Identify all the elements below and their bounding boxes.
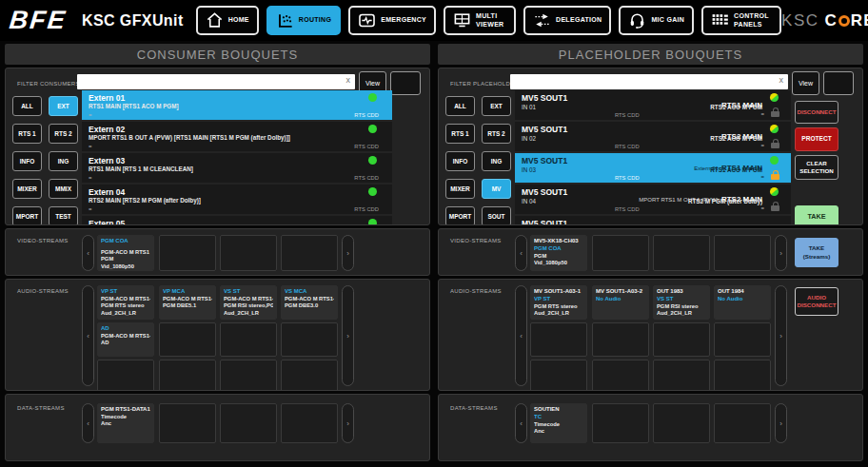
empty-stream-slot[interactable] bbox=[714, 403, 771, 443]
nav-multi-viewer[interactable]: MULTI VIEWER bbox=[444, 6, 516, 35]
empty-stream-slot[interactable] bbox=[220, 235, 277, 271]
audio-stream-card[interactable]: OUT 1984 No Audio bbox=[714, 285, 771, 320]
placeholder-extra-button[interactable] bbox=[823, 71, 854, 95]
empty-stream-slot[interactable] bbox=[714, 322, 771, 357]
empty-stream-slot[interactable] bbox=[281, 235, 338, 271]
filter-all[interactable]: ALL bbox=[12, 96, 42, 116]
filter-mixer[interactable]: MIXER bbox=[12, 179, 42, 199]
filter-mport[interactable]: MPORT bbox=[445, 206, 475, 225]
video-stream-card[interactable]: MV5-XK18-CH03 PGM COA PGM Vid_1080p50 bbox=[530, 235, 587, 271]
chevron-left-icon[interactable]: ‹ bbox=[82, 235, 94, 271]
audio-stream-card[interactable]: AD PGM-ACO M RTS1-ST3 AD bbox=[97, 322, 154, 357]
audio-stream-card[interactable]: MV SOUT1-A03-1 VP ST PGM RTS stereo Aud_… bbox=[530, 285, 587, 320]
placeholder-row[interactable]: MV5 SOUT1 IN 03 RTS CDD Extern 01RTS1 MA… bbox=[515, 153, 791, 183]
placeholder-row[interactable]: MV5 SOUT1 IN 02 RTS CDD RTS2 MAIN RTS2 A… bbox=[515, 122, 791, 151]
chevron-right-icon[interactable]: › bbox=[342, 403, 354, 443]
chevron-left-icon[interactable]: ‹ bbox=[82, 285, 94, 386]
empty-stream-slot[interactable] bbox=[220, 403, 277, 443]
audio-stream-card[interactable]: VP MCA PGM-ACO M RTS1-MC PGM DBE5.1 bbox=[159, 285, 216, 320]
filter-consumers-input[interactable] bbox=[77, 74, 355, 89]
filter-rts2[interactable]: RTS 2 bbox=[49, 124, 78, 144]
empty-stream-slot[interactable] bbox=[653, 360, 710, 391]
chevron-left-icon[interactable]: ‹ bbox=[515, 235, 527, 271]
empty-stream-slot[interactable] bbox=[281, 360, 338, 391]
empty-stream-slot[interactable] bbox=[653, 403, 710, 443]
empty-stream-slot[interactable] bbox=[592, 403, 649, 443]
nav-routing[interactable]: ROUTING bbox=[266, 6, 341, 35]
chevron-right-icon[interactable]: › bbox=[342, 285, 354, 386]
data-stream-card[interactable]: PGM RTS1-DATA1 Timecode Anc bbox=[97, 403, 154, 443]
empty-stream-slot[interactable] bbox=[159, 360, 216, 391]
empty-stream-slot[interactable] bbox=[530, 360, 587, 391]
nav-home[interactable]: HOME bbox=[196, 6, 259, 35]
chevron-right-icon[interactable]: › bbox=[775, 403, 787, 443]
filter-mmix[interactable]: MMIX bbox=[49, 179, 78, 199]
empty-stream-slot[interactable] bbox=[592, 322, 649, 357]
filter-mport[interactable]: MPORT bbox=[12, 206, 42, 225]
empty-stream-slot[interactable] bbox=[281, 322, 338, 357]
empty-stream-slot[interactable] bbox=[653, 322, 710, 357]
chevron-right-icon[interactable]: › bbox=[775, 235, 787, 271]
chevron-right-icon[interactable]: › bbox=[775, 285, 787, 386]
audio-stream-card[interactable]: OUT 1983 VS ST PGM RSI stereo Aud_2CH_LR bbox=[653, 285, 710, 320]
filter-rts1[interactable]: RTS 1 bbox=[12, 124, 42, 144]
take-button[interactable]: TAKE bbox=[795, 205, 838, 225]
chevron-right-icon[interactable]: › bbox=[342, 235, 354, 271]
filter-ext[interactable]: EXT bbox=[482, 96, 511, 116]
consumer-row[interactable]: Extern 02 MPORT RTS1 B OUT A (PVW) [RTS1… bbox=[82, 122, 392, 151]
disconnect-button[interactable]: DISCONNECT bbox=[795, 101, 838, 124]
empty-stream-slot[interactable] bbox=[653, 235, 710, 271]
protect-button[interactable]: PROTECT bbox=[795, 127, 838, 151]
nav-delegation[interactable]: DELEGATION bbox=[523, 6, 611, 35]
empty-stream-slot[interactable] bbox=[220, 322, 277, 357]
empty-stream-slot[interactable] bbox=[281, 403, 338, 443]
video-stream-card[interactable]: PGM COA PGM-ACO M RTS1 PGM Vid_1080p50 bbox=[97, 235, 154, 271]
consumer-row[interactable]: Extern 03 RTS1 MAIN [RTS 1 M CLEANCLEAN]… bbox=[82, 153, 392, 183]
consumer-extra-button[interactable] bbox=[390, 71, 421, 95]
data-stream-card[interactable]: SOUTIEN TC Timecode Anc bbox=[530, 403, 587, 443]
nav-mic-gain[interactable]: MIC GAIN bbox=[619, 6, 694, 35]
empty-stream-slot[interactable] bbox=[530, 322, 587, 357]
filter-info[interactable]: INFO bbox=[445, 151, 475, 171]
filter-sout[interactable]: SOUT bbox=[482, 206, 511, 225]
audio-stream-card[interactable]: VS MCA PGM-ACO M RTS1-MC PGM DBE3.0 bbox=[281, 285, 338, 320]
chevron-left-icon[interactable]: ‹ bbox=[515, 403, 527, 443]
placeholder-row[interactable]: MV5 SOUT1 IN 01 RTS CDD RTS1 MAIN RTS1 A… bbox=[515, 90, 791, 120]
empty-stream-slot[interactable] bbox=[714, 360, 771, 391]
filter-mv[interactable]: MV bbox=[482, 179, 511, 199]
chevron-left-icon[interactable]: ‹ bbox=[515, 285, 527, 386]
clear-filter-icon[interactable]: x bbox=[779, 76, 784, 85]
filter-ing[interactable]: ING bbox=[49, 151, 78, 171]
empty-stream-slot[interactable] bbox=[714, 235, 771, 271]
audio-stream-card[interactable]: MV SOUT1-A03-2 No Audio bbox=[592, 285, 649, 320]
placeholder-row[interactable]: MV5 SOUT1 IN 04 RTS CDD MPORT RTS1 M OUT… bbox=[515, 185, 791, 214]
filter-mixer[interactable]: MIXER bbox=[445, 179, 475, 199]
filter-ing[interactable]: ING bbox=[482, 151, 511, 171]
audio-stream-card[interactable]: VS ST PGM-ACO M RTS1-ST2 PGM RSI stereo,… bbox=[220, 285, 277, 320]
empty-stream-slot[interactable] bbox=[159, 403, 216, 443]
take-streams-button[interactable]: TAKE(Streams) bbox=[795, 238, 838, 267]
filter-test[interactable]: TEST bbox=[49, 206, 78, 225]
filter-all[interactable]: ALL bbox=[445, 96, 475, 116]
nav-emergency[interactable]: EMERGENCY bbox=[348, 6, 436, 35]
filter-placeholders-input[interactable] bbox=[510, 74, 788, 89]
empty-stream-slot[interactable] bbox=[592, 360, 649, 391]
chevron-left-icon[interactable]: ‹ bbox=[82, 403, 94, 443]
empty-stream-slot[interactable] bbox=[220, 360, 277, 391]
filter-rts1[interactable]: RTS 1 bbox=[445, 124, 475, 144]
empty-stream-slot[interactable] bbox=[159, 235, 216, 271]
clear-selection-button[interactable]: CLEARSELECTION bbox=[795, 155, 838, 180]
placeholder-row[interactable]: MV5 SOUT1 IN 05 IN 268 ACT0 86 bbox=[515, 216, 791, 225]
filter-ext[interactable]: EXT bbox=[49, 96, 78, 116]
audio-stream-card[interactable]: VP ST PGM-ACO M RTS1-ST1 PGM RTS stereo … bbox=[97, 285, 154, 320]
nav-control-panels[interactable]: CONTROL PANELS bbox=[701, 6, 781, 35]
placeholder-view-button[interactable]: View bbox=[792, 71, 819, 95]
consumer-row[interactable]: Extern 01 RTS1 MAIN [RTS1 ACO M PGM] = R… bbox=[82, 90, 392, 120]
clear-filter-icon[interactable]: x bbox=[346, 76, 351, 85]
empty-stream-slot[interactable] bbox=[97, 360, 154, 391]
audio-disconnect-button[interactable]: AUDIODISCONNECT bbox=[795, 287, 838, 316]
consumer-row[interactable]: Extern 04 RTS2 MAIN [RTS2 M PGM (after D… bbox=[82, 185, 392, 214]
empty-stream-slot[interactable] bbox=[592, 235, 649, 271]
filter-info[interactable]: INFO bbox=[12, 151, 42, 171]
filter-rts2[interactable]: RTS 2 bbox=[482, 124, 511, 144]
